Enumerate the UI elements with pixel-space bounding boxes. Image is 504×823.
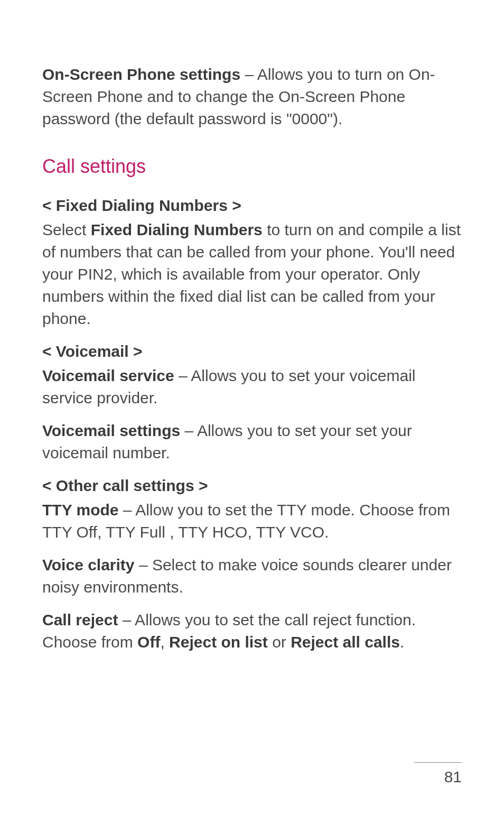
reject-opt3: Reject all calls	[291, 633, 400, 651]
reject-end: .	[400, 633, 404, 651]
reject-sep1: ,	[160, 633, 169, 651]
voicemail-settings-paragraph: Voicemail settings – Allows you to set y…	[42, 420, 462, 464]
voicemail-service-paragraph: Voicemail service – Allows you to set yo…	[42, 365, 462, 409]
fdn-heading: < Fixed Dialing Numbers >	[42, 195, 462, 217]
document-page: On-Screen Phone settings – Allows you to…	[0, 0, 504, 823]
tty-paragraph: TTY mode – Allow you to set the TTY mode…	[42, 499, 462, 543]
reject-sep2: or	[268, 633, 291, 651]
section-title: Call settings	[42, 153, 462, 180]
voicemail-service-bold: Voicemail service	[42, 367, 174, 384]
clarity-paragraph: Voice clarity – Select to make voice sou…	[42, 554, 462, 598]
fdn-paragraph: Select Fixed Dialing Numbers to turn on …	[42, 219, 462, 330]
other-heading: < Other call settings >	[42, 475, 462, 497]
clarity-bold: Voice clarity	[42, 556, 135, 574]
reject-opt1: Off	[137, 633, 160, 651]
voicemail-settings-bold: Voicemail settings	[42, 422, 180, 439]
reject-bold: Call reject	[42, 611, 118, 628]
page-footer: 81	[414, 762, 462, 788]
footer-rule	[414, 762, 462, 763]
intro-paragraph: On-Screen Phone settings – Allows you to…	[42, 63, 462, 130]
voicemail-heading: < Voicemail >	[42, 340, 462, 363]
reject-paragraph: Call reject – Allows you to set the call…	[42, 609, 462, 653]
fdn-pre: Select	[42, 221, 91, 238]
fdn-bold: Fixed Dialing Numbers	[91, 221, 263, 238]
page-number: 81	[414, 766, 462, 788]
intro-bold: On-Screen Phone settings	[42, 66, 240, 83]
reject-opt2: Reject on list	[169, 633, 268, 651]
tty-bold: TTY mode	[42, 501, 118, 519]
